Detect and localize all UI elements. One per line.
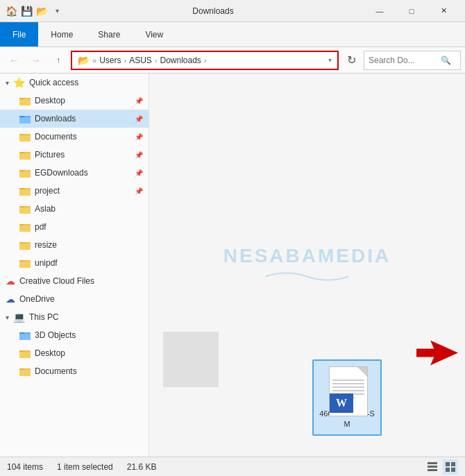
this-pc-icon: 💻 xyxy=(13,312,25,323)
sidebar-pdf-label: pdf xyxy=(35,222,143,232)
sidebar-item-pdf[interactable]: pdf xyxy=(0,218,149,236)
pin-icon-pictures: 📌 xyxy=(135,151,143,159)
up-button[interactable]: ↑ xyxy=(49,51,68,70)
minimize-button[interactable]: — xyxy=(364,0,396,22)
sidebar: ▾ ⭐ Quick access Desktop 📌 Downloads 📌 D… xyxy=(0,74,149,457)
sidebar-item-project[interactable]: project 📌 xyxy=(0,182,149,200)
search-box: 🔍 xyxy=(364,51,461,70)
quick-access-label: Quick access xyxy=(29,78,143,87)
svg-rect-32 xyxy=(451,462,455,466)
folder-icon-aslab xyxy=(19,204,31,214)
sidebar-item-documents-pc[interactable]: Documents xyxy=(0,362,149,380)
file-grid: W 4604-10034-1-SM xyxy=(149,74,465,457)
sidebar-downloads-label: Downloads xyxy=(35,114,130,124)
tab-share[interactable]: Share xyxy=(85,22,133,46)
breadcrumb-sep-4: › xyxy=(204,56,207,65)
file-item-word[interactable]: W 4604-10034-1-SM xyxy=(312,359,382,436)
large-icons-view-button[interactable] xyxy=(443,459,458,475)
status-selection: 1 item selected xyxy=(57,462,113,472)
sidebar-item-unipdf[interactable]: unipdf xyxy=(0,254,149,272)
creative-cloud-label: Creative Cloud Files xyxy=(19,276,143,286)
sidebar-item-egdownloads[interactable]: EGDownloads 📌 xyxy=(0,164,149,182)
sidebar-item-3d-objects[interactable]: 3D Objects xyxy=(0,326,149,344)
search-input[interactable] xyxy=(369,56,438,65)
tab-file[interactable]: File xyxy=(0,22,38,46)
status-item-count: 104 items xyxy=(7,462,43,472)
sidebar-item-documents[interactable]: Documents 📌 xyxy=(0,128,149,146)
save-icon: 💾 xyxy=(21,6,32,17)
sidebar-documents-label: Documents xyxy=(35,132,130,142)
forward-button[interactable]: → xyxy=(26,51,46,70)
breadcrumb-sep-3: › xyxy=(155,56,158,65)
sidebar-this-pc[interactable]: ▾ 💻 This PC xyxy=(0,308,149,326)
folder-icon-desktop-pc xyxy=(19,348,31,358)
close-button[interactable]: ✕ xyxy=(428,0,459,22)
creative-cloud-icon: ☁ xyxy=(6,275,15,287)
collapse-icon: ▾ xyxy=(6,79,9,87)
ribbon: File Home Share View xyxy=(0,22,465,47)
sidebar-item-desktop[interactable]: Desktop 📌 xyxy=(0,92,149,110)
folder-icon-project xyxy=(19,186,31,196)
folder-icon-pdf xyxy=(19,222,31,232)
title-bar-icons: 🏠 💾 📂 ▾ xyxy=(6,6,62,17)
svg-rect-30 xyxy=(428,469,437,471)
pin-icon-egdownloads: 📌 xyxy=(135,169,143,177)
sidebar-section-quick-access[interactable]: ▾ ⭐ Quick access xyxy=(0,74,149,92)
content-area: NESABAMEDIA xyxy=(149,74,465,457)
svg-marker-26 xyxy=(430,341,458,366)
svg-rect-31 xyxy=(446,462,450,466)
sidebar-onedrive[interactable]: ☁ OneDrive xyxy=(0,290,149,308)
breadcrumb-expand-icon: ▾ xyxy=(328,56,332,64)
sidebar-item-downloads[interactable]: Downloads 📌 xyxy=(0,110,149,128)
sidebar-item-aslab[interactable]: Aslab xyxy=(0,200,149,218)
breadcrumb-sep-1: » xyxy=(92,56,96,65)
sidebar-resize-label: resize xyxy=(35,240,143,250)
folder-icon-documents-pc xyxy=(19,366,31,376)
details-view-button[interactable] xyxy=(425,459,440,475)
refresh-button[interactable]: ↻ xyxy=(341,51,361,70)
back-button[interactable]: ← xyxy=(4,51,24,70)
svg-rect-29 xyxy=(428,466,437,468)
onedrive-label: OneDrive xyxy=(19,294,143,304)
status-bar: 104 items 1 item selected 21.6 KB xyxy=(0,457,465,476)
svg-rect-33 xyxy=(446,468,450,472)
view-controls xyxy=(425,459,458,475)
sidebar-desktop-pc-label: Desktop xyxy=(35,348,143,358)
sidebar-aslab-label: Aslab xyxy=(35,204,143,214)
sidebar-3d-label: 3D Objects xyxy=(35,330,143,340)
folder-icon-pictures xyxy=(19,150,31,160)
sidebar-creative-cloud[interactable]: ☁ Creative Cloud Files xyxy=(0,272,149,290)
onedrive-icon: ☁ xyxy=(6,294,15,305)
breadcrumb-asus[interactable]: ASUS xyxy=(129,56,152,65)
file-thumb-empty xyxy=(163,332,219,387)
breadcrumb-sep-2: › xyxy=(124,56,126,65)
tab-view[interactable]: View xyxy=(133,22,176,46)
svg-rect-28 xyxy=(428,462,437,464)
breadcrumb-users[interactable]: Users xyxy=(99,56,121,65)
window-controls: — □ ✕ xyxy=(364,0,459,22)
word-icon-container: W xyxy=(322,366,372,406)
folder-icon-documents xyxy=(19,132,31,142)
sidebar-egdownloads-label: EGDownloads xyxy=(35,168,130,178)
tab-home[interactable]: Home xyxy=(38,22,85,46)
address-breadcrumb[interactable]: 📂 » Users › ASUS › Downloads › ▾ xyxy=(71,51,339,70)
pin-icon-documents: 📌 xyxy=(135,133,143,141)
address-bar: ← → ↑ 📂 » Users › ASUS › Downloads › ▾ ↻… xyxy=(0,47,465,74)
folder-icon-unipdf xyxy=(19,258,31,268)
window-icon: 🏠 xyxy=(6,6,17,17)
file-item-empty[interactable] xyxy=(156,325,226,401)
breadcrumb-downloads[interactable]: Downloads xyxy=(160,56,201,65)
maximize-button[interactable]: □ xyxy=(396,0,428,22)
sidebar-item-pictures[interactable]: Pictures 📌 xyxy=(0,146,149,164)
folder-icon-downloads xyxy=(19,114,31,124)
folder-icon-title: 📂 xyxy=(36,6,47,17)
sidebar-pictures-label: Pictures xyxy=(35,150,130,160)
search-icon: 🔍 xyxy=(441,56,451,65)
sidebar-desktop-label: Desktop xyxy=(35,96,130,105)
folder-icon-3d xyxy=(19,330,31,340)
chevron-down-icon: ▾ xyxy=(51,6,62,17)
sidebar-item-resize[interactable]: resize xyxy=(0,236,149,254)
word-badge-w: W xyxy=(336,397,347,409)
sidebar-item-desktop-pc[interactable]: Desktop xyxy=(0,344,149,362)
sidebar-documents-pc-label: Documents xyxy=(35,366,143,376)
